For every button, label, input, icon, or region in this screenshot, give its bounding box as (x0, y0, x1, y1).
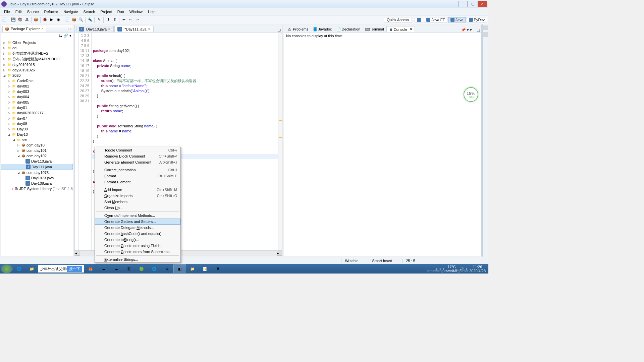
tree-node[interactable]: ▷📁Day09 (1, 126, 73, 132)
close-icon[interactable]: ✕ (41, 27, 44, 31)
menu-item[interactable]: Override/Implement Methods... (95, 213, 180, 219)
tree-node[interactable]: JDay110.java (1, 159, 73, 164)
new-icon[interactable]: 📄 (1, 17, 7, 23)
minimize-console-icon[interactable]: ─ (473, 28, 476, 32)
link-editor-icon[interactable]: 🔗 (63, 34, 68, 38)
tree-node[interactable]: ▷📁day004 (1, 94, 73, 100)
edge-icon[interactable]: 🌐 (148, 264, 161, 273)
menu-item[interactable]: Correct IndentationCtrl+I (95, 167, 180, 173)
tree-node[interactable]: ◢📁Day10 (1, 132, 73, 137)
menu-window[interactable]: Window (127, 9, 145, 14)
menu-file[interactable]: File (1, 9, 13, 14)
maximize-console-icon[interactable]: ▢ (477, 28, 480, 32)
package-tree[interactable]: ▷📁Other Projects▷📁dd▷📁分布式文件系统HDFS▷📁分布式编程… (1, 39, 73, 256)
display-console-icon[interactable]: ▾ (467, 28, 469, 32)
perspective-pydev[interactable]: PyDev (467, 17, 487, 22)
next-annotation-icon[interactable]: ⬇ (105, 17, 111, 23)
notepad-icon[interactable]: 📝 (199, 264, 212, 273)
explorer-icon[interactable]: 📁 (25, 264, 38, 273)
chrome-icon[interactable]: ⚙ (161, 264, 173, 273)
menu-item[interactable]: Generate Delegate Methods... (95, 225, 180, 231)
tree-node[interactable]: ▷📁Other Projects (1, 40, 73, 45)
tree-node[interactable]: ▷📦com.day10 (1, 142, 73, 148)
new-pkg-icon[interactable]: 📦 (71, 17, 77, 23)
editor-tab[interactable]: JDay110.java✕ (76, 26, 114, 32)
menu-item[interactable]: Sort Members... (95, 199, 180, 205)
tree-node[interactable]: ▷📁day003 (1, 89, 73, 94)
collapse-all-icon[interactable]: ⇆ (59, 34, 62, 38)
menu-item[interactable]: Generate Constructors from Superclass... (95, 249, 180, 255)
tab-console[interactable]: 🖥Console✕ (386, 26, 415, 32)
tree-node[interactable]: ▷📁day0620200217 (1, 110, 73, 116)
task-list-icon[interactable] (483, 32, 488, 37)
coverage-icon[interactable]: ◉ (55, 17, 61, 23)
debug-icon[interactable]: 🐞 (42, 17, 48, 23)
tree-node[interactable]: ▷📁day07 (1, 116, 73, 121)
perspective-java-ee[interactable]: Java EE (424, 17, 447, 22)
start-button[interactable] (1, 264, 13, 273)
tree-node[interactable]: JDay108.java (1, 181, 73, 186)
close-button[interactable]: ✕ (478, 1, 487, 7)
menu-item[interactable]: Externalize Strings... (95, 256, 180, 262)
menu-item[interactable]: Generate Getters and Setters... (95, 219, 180, 225)
new-class-icon[interactable]: 📄 (64, 17, 70, 23)
performance-badge[interactable]: 18% ↑ OK/s (464, 87, 478, 102)
tree-node[interactable]: ▷📁day005 (1, 100, 73, 105)
menu-item[interactable]: Organize ImportsCtrl+Shift+O (95, 193, 180, 199)
minimize-panel-icon[interactable]: ─ (61, 26, 66, 31)
clock[interactable]: 11:26 2020/4/23 (469, 265, 486, 273)
tree-node[interactable]: JDay1073.java (1, 175, 73, 181)
tree-node[interactable]: ▷📁day002 (1, 83, 73, 89)
tree-node[interactable]: ◢📁2020 (1, 73, 73, 78)
menu-item[interactable]: Clean Up... (95, 205, 180, 211)
outline-icon[interactable] (483, 25, 488, 30)
perspective-java[interactable]: Java (448, 17, 466, 22)
menu-item[interactable]: Format Element (95, 179, 180, 185)
tree-node[interactable]: ▷📦com.day101 (1, 148, 73, 153)
pin-console-icon[interactable]: 📌 (461, 28, 466, 32)
forward-icon[interactable]: ⇨ (134, 17, 140, 23)
quick-access[interactable]: Quick Access (384, 17, 412, 22)
menu-item[interactable]: Generate Constructor using Fields... (95, 243, 180, 249)
toggle-mark-icon[interactable]: ✎ (96, 17, 102, 23)
tree-node[interactable]: ▷📚JRE System Library [JavaSE-1.8] (1, 186, 73, 191)
menu-item[interactable]: Generate toString()... (95, 237, 180, 243)
tab-declaration[interactable]: 📄Declaration (334, 26, 363, 32)
maximize-editor-icon[interactable]: ▢ (277, 28, 281, 32)
last-edit-icon[interactable]: ↩ (121, 17, 127, 23)
tree-node[interactable]: ▷📁day20191015 (1, 62, 73, 67)
menu-navigate[interactable]: Navigate (61, 9, 80, 14)
eclipse-taskbar-icon[interactable]: ◧ (173, 264, 186, 273)
menu-help[interactable]: Help (145, 9, 158, 14)
menu-item[interactable]: Add ImportCtrl+Shift+M (95, 187, 180, 193)
tab-terminal[interactable]: ⌨Terminal (363, 26, 386, 32)
minimize-editor-icon[interactable]: ─ (274, 28, 276, 32)
back-icon[interactable]: ⇦ (127, 17, 133, 23)
save-icon[interactable]: 💾 (10, 17, 16, 23)
tree-node[interactable]: ▷📁分布式文件系统HDFS (1, 51, 73, 56)
tree-node[interactable]: ▷📁day08 (1, 121, 73, 126)
menu-source[interactable]: Source (24, 9, 42, 14)
overview-ruler[interactable] (278, 33, 282, 250)
tab-problems[interactable]: ⚠Problems (285, 26, 311, 32)
open-console-icon[interactable]: ▾ (470, 28, 472, 32)
search-input[interactable] (40, 267, 67, 271)
firefox-icon[interactable]: 🦊 (84, 264, 97, 273)
tree-node[interactable]: ▷📁day01 (1, 105, 73, 110)
menu-item[interactable]: Generate hashCode() and equals()... (95, 231, 180, 237)
app-icon-1[interactable]: ☁ (97, 264, 110, 273)
tree-node[interactable]: ◢📦com.day102 (1, 153, 73, 159)
tab-javadoc[interactable]: 📘Javadoc (311, 26, 334, 32)
tree-node[interactable]: ▷📁CodeRain (1, 78, 73, 83)
tree-node[interactable]: ▷📁day20191026 (1, 67, 73, 73)
maximize-panel-icon[interactable]: ▢ (67, 26, 71, 31)
search-button[interactable]: 搜一下 (67, 266, 82, 272)
menu-project[interactable]: Project (98, 9, 114, 14)
search-icon[interactable]: 🔦 (87, 17, 93, 23)
menu-edit[interactable]: Edit (13, 9, 24, 14)
menu-item[interactable]: Generate Element CommentAlt+Shift+J (95, 159, 180, 165)
calc-icon[interactable]: 🖩 (212, 264, 224, 273)
tree-node[interactable]: ◢📦com.day1073 (1, 170, 73, 175)
tree-node[interactable]: ◢📁src (1, 137, 73, 142)
prev-annotation-icon[interactable]: ⬆ (112, 17, 118, 23)
